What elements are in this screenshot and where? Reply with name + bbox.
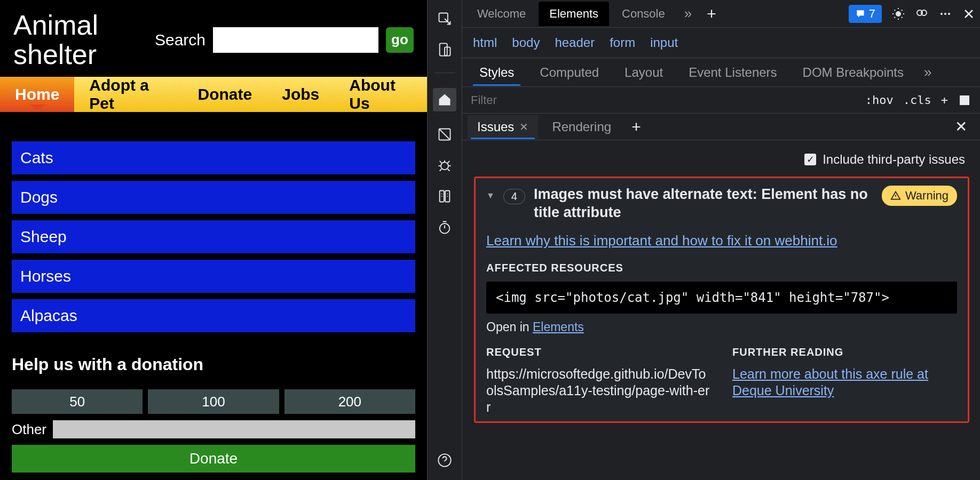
include-third-party-row: ✓ Include third-party issues <box>470 149 969 177</box>
breadcrumb-item[interactable]: body <box>512 35 540 50</box>
breadcrumb-item[interactable]: form <box>610 35 635 50</box>
drawer-tab-issues[interactable]: Issues ✕ <box>468 115 538 139</box>
list-item[interactable]: Horses <box>12 260 415 293</box>
device-icon[interactable] <box>437 42 453 58</box>
cls-toggle[interactable]: .cls <box>903 93 931 107</box>
issue-card: ▼ 4 Images must have alternate text: Ele… <box>474 177 969 423</box>
learn-why-link[interactable]: Learn why this is important and how to f… <box>486 233 957 249</box>
tab-elements[interactable]: Elements <box>539 2 609 26</box>
tab-computed[interactable]: Computed <box>528 60 611 85</box>
more-tabs-icon[interactable]: » <box>678 5 698 22</box>
close-tab-icon[interactable]: ✕ <box>519 121 528 133</box>
issue-count-badge: 4 <box>503 189 525 204</box>
donate-button[interactable]: Donate <box>12 445 415 473</box>
nav-jobs[interactable]: Jobs <box>267 77 334 112</box>
svg-point-9 <box>897 12 900 15</box>
tab-layout[interactable]: Layout <box>613 60 675 85</box>
add-drawer-tab-icon[interactable]: + <box>625 118 647 136</box>
svg-point-13 <box>944 13 946 15</box>
divider <box>434 73 455 73</box>
styles-filter-input[interactable] <box>471 93 856 107</box>
new-style-rule-icon[interactable]: + <box>941 93 948 107</box>
inspect-icon[interactable] <box>437 11 453 27</box>
webpage-pane: Animal shelter Search go Home Adopt a Pe… <box>0 0 427 480</box>
drawer-tab-rendering[interactable]: Rendering <box>542 115 621 139</box>
site-title: Animal shelter <box>13 11 120 69</box>
feedback-icon[interactable] <box>915 7 929 21</box>
list-item[interactable]: Dogs <box>12 181 415 214</box>
tab-console[interactable]: Console <box>611 2 676 26</box>
sources-icon[interactable] <box>437 188 453 204</box>
close-devtools-icon[interactable] <box>962 7 976 21</box>
breadcrumb-item[interactable]: header <box>555 35 595 50</box>
svg-point-12 <box>941 13 943 15</box>
drawer-tab-label: Issues <box>477 119 514 134</box>
include-third-party-checkbox[interactable]: ✓ <box>804 154 816 165</box>
bug-icon[interactable] <box>437 157 453 173</box>
styles-filter-row: :hov .cls + <box>462 87 980 114</box>
list-item[interactable]: Alpacas <box>12 299 415 332</box>
include-third-party-label: Include third-party issues <box>823 152 965 167</box>
tab-welcome[interactable]: Welcome <box>467 2 536 26</box>
further-reading-label: FURTHER READING <box>732 346 957 358</box>
toggle-sidebar-icon[interactable] <box>958 93 971 107</box>
more-options-icon[interactable] <box>938 7 952 21</box>
search-label: Search <box>155 31 206 49</box>
svg-point-14 <box>948 13 950 15</box>
devtools-tabbar: Welcome Elements Console » + 7 <box>462 0 980 28</box>
warning-badge: Warning <box>882 186 957 206</box>
donation-amount-button[interactable]: 100 <box>148 389 279 414</box>
search-form: Search go <box>155 27 414 53</box>
elements-icon[interactable] <box>433 88 456 111</box>
breadcrumb-item[interactable]: input <box>650 35 678 50</box>
list-item[interactable]: Cats <box>12 141 415 174</box>
donation-section: Help us with a donation 50 100 200 Other… <box>0 339 427 473</box>
donation-amount-button[interactable]: 200 <box>284 389 415 414</box>
nav-adopt[interactable]: Adopt a Pet <box>74 77 183 112</box>
open-in-row: Open in Elements <box>486 320 957 334</box>
open-in-elements-link[interactable]: Elements <box>533 320 584 334</box>
styles-tabbar: Styles Computed Layout Event Listeners D… <box>462 58 980 87</box>
open-in-prefix: Open in <box>486 320 533 334</box>
nav-home[interactable]: Home <box>0 77 74 112</box>
nav-about[interactable]: About Us <box>334 77 427 112</box>
svg-rect-1 <box>440 43 447 55</box>
breadcrumb-item[interactable]: html <box>473 35 497 50</box>
nav-donate[interactable]: Donate <box>183 77 267 112</box>
other-amount-input[interactable] <box>53 420 415 438</box>
webpage-header: Animal shelter Search go <box>0 0 427 77</box>
list-item[interactable]: Sheep <box>12 220 415 253</box>
issues-panel: ✓ Include third-party issues ▼ 4 Images … <box>462 140 980 480</box>
tab-event-listeners[interactable]: Event Listeners <box>677 60 788 85</box>
help-icon[interactable] <box>437 452 453 468</box>
main-nav: Home Adopt a Pet Donate Jobs About Us <box>0 77 427 112</box>
category-list: Cats Dogs Sheep Horses Alpacas <box>0 112 427 332</box>
expand-collapse-icon[interactable]: ▼ <box>486 186 495 201</box>
tab-dom-breakpoints[interactable]: DOM Breakpoints <box>791 60 915 85</box>
settings-icon[interactable] <box>891 7 905 21</box>
request-url: https://microsoftedge.github.io/DevTools… <box>486 366 711 416</box>
affected-resources-label: AFFECTED RESOURCES <box>486 262 957 274</box>
search-input[interactable] <box>213 27 378 53</box>
image-off-icon[interactable] <box>437 126 453 142</box>
svg-point-4 <box>441 162 448 170</box>
donation-amounts: 50 100 200 <box>12 389 415 414</box>
add-tab-icon[interactable]: + <box>700 5 723 23</box>
further-reading-column: FURTHER READING Learn more about this ax… <box>732 346 957 416</box>
search-go-button[interactable]: go <box>386 27 414 53</box>
svg-rect-15 <box>960 95 969 105</box>
donation-amount-button[interactable]: 50 <box>12 389 143 414</box>
donation-other-row: Other <box>12 420 415 438</box>
hov-toggle[interactable]: :hov <box>865 93 894 107</box>
further-reading-link[interactable]: Learn more about this axe rule at Deque … <box>732 366 957 399</box>
tab-styles[interactable]: Styles <box>468 60 526 85</box>
performance-icon[interactable] <box>437 219 453 235</box>
issues-indicator[interactable]: 7 <box>849 5 882 23</box>
donation-heading: Help us with a donation <box>12 355 415 374</box>
more-styles-tabs-icon[interactable]: » <box>918 64 938 81</box>
request-label: REQUEST <box>486 346 711 358</box>
devtools-panel: Welcome Elements Console » + 7 html body… <box>462 0 980 480</box>
request-column: REQUEST https://microsoftedge.github.io/… <box>486 346 711 416</box>
warning-badge-label: Warning <box>905 189 949 203</box>
close-drawer-icon[interactable]: ✕ <box>947 118 975 135</box>
